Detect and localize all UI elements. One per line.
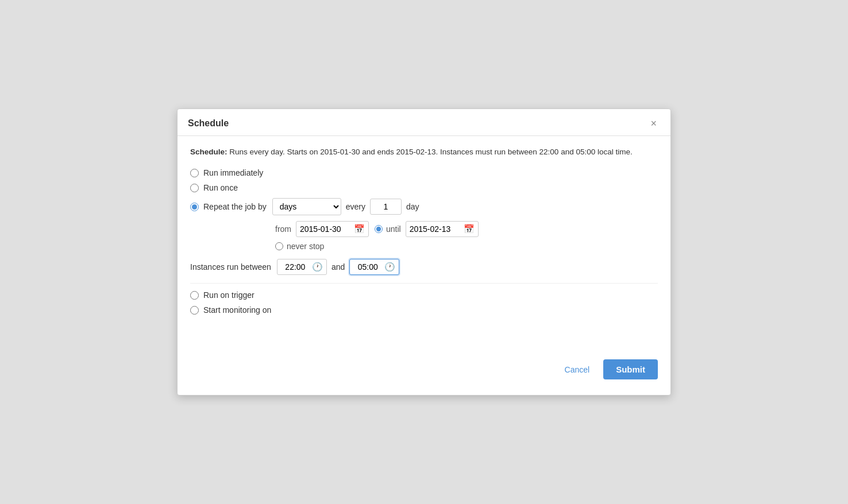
from-date-input[interactable] [300, 224, 352, 234]
until-radio[interactable] [375, 225, 383, 233]
from-label: from [275, 224, 291, 234]
every-label: every [346, 202, 365, 211]
start-time-input[interactable] [281, 262, 310, 272]
repeat-job-radio[interactable] [190, 203, 199, 211]
run-on-trigger-radio[interactable] [190, 291, 199, 300]
end-time-input[interactable] [353, 262, 382, 272]
run-once-radio[interactable] [190, 184, 199, 192]
dialog-header: Schedule × [178, 109, 670, 136]
start-clock-icon[interactable]: 🕐 [312, 262, 323, 272]
run-immediately-label[interactable]: Run immediately [203, 168, 263, 177]
dialog-body: Schedule: Runs every day. Starts on 2015… [178, 136, 670, 328]
end-clock-icon[interactable]: 🕐 [384, 262, 395, 272]
until-section: until 📅 [375, 221, 479, 237]
repeat-job-label[interactable]: Repeat the job by [203, 202, 267, 211]
end-time-wrapper: 🕐 [349, 259, 399, 275]
start-monitoring-row: Start monitoring on [190, 305, 658, 315]
and-label: and [332, 262, 345, 272]
until-calendar-icon[interactable]: 📅 [464, 224, 475, 234]
instances-label: Instances run between [190, 262, 271, 272]
run-immediately-radio[interactable] [190, 169, 199, 177]
date-range-row: from 📅 until 📅 [275, 221, 658, 237]
submit-button[interactable]: Submit [603, 359, 658, 379]
start-monitoring-radio[interactable] [190, 306, 199, 315]
schedule-summary: Schedule: Runs every day. Starts on 2015… [190, 146, 658, 158]
schedule-dialog: Schedule × Schedule: Runs every day. Sta… [177, 108, 671, 396]
close-button[interactable]: × [647, 117, 660, 130]
unit-singular-label: day [406, 202, 419, 211]
repeat-unit-select[interactable]: days hours minutes weeks [272, 198, 341, 215]
run-once-label[interactable]: Run once [203, 183, 238, 192]
run-immediately-row: Run immediately [190, 168, 658, 177]
never-stop-row: never stop [275, 242, 658, 251]
start-monitoring-label[interactable]: Start monitoring on [203, 305, 271, 315]
until-label[interactable]: until [386, 224, 401, 234]
from-date-wrapper: 📅 [296, 221, 369, 237]
dialog-title: Schedule [188, 118, 229, 129]
repeat-row: Repeat the job by days hours minutes wee… [190, 198, 658, 215]
from-calendar-icon[interactable]: 📅 [354, 224, 365, 234]
run-once-row: Run once [190, 183, 658, 192]
run-on-trigger-row: Run on trigger [190, 290, 658, 300]
dialog-footer: Cancel Submit [178, 351, 670, 387]
never-stop-radio[interactable] [275, 242, 283, 250]
summary-prefix: Schedule: [190, 148, 228, 156]
until-date-wrapper: 📅 [406, 221, 479, 237]
divider [190, 283, 658, 284]
start-time-wrapper: 🕐 [277, 259, 327, 275]
summary-text: Runs every day. Starts on 2015-01-30 and… [228, 148, 633, 156]
instances-row: Instances run between 🕐 and 🕐 [190, 259, 658, 275]
repeat-interval-input[interactable] [370, 199, 402, 215]
never-stop-label[interactable]: never stop [287, 242, 324, 251]
run-on-trigger-label[interactable]: Run on trigger [203, 290, 255, 300]
until-date-input[interactable] [410, 224, 461, 234]
cancel-button[interactable]: Cancel [557, 360, 598, 379]
